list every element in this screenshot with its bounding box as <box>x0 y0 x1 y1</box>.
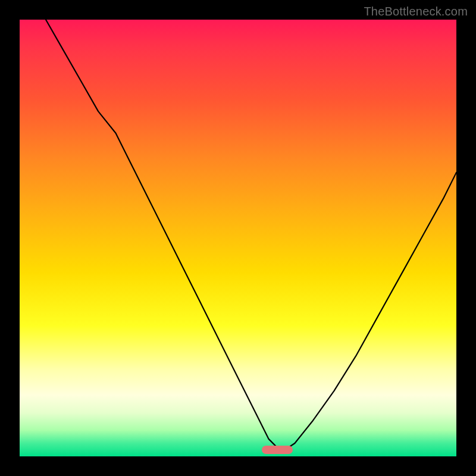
curve-svg <box>20 20 456 456</box>
bottleneck-curve-path <box>46 20 456 452</box>
plot-area <box>20 20 456 456</box>
optimal-zone-marker <box>262 446 292 453</box>
watermark-text: TheBottleneck.com <box>364 5 468 18</box>
chart-container: TheBottleneck.com <box>0 0 476 476</box>
